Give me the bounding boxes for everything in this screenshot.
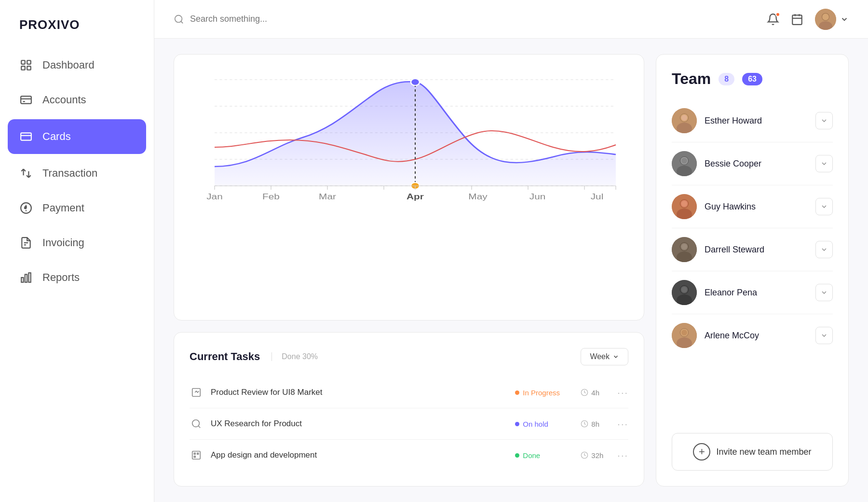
task-more-1[interactable]: ···	[617, 418, 628, 430]
team-badge-purple: 63	[742, 73, 762, 85]
member-avatar-bessie	[672, 151, 697, 176]
invite-team-member-button[interactable]: + Invite new team member	[672, 433, 833, 471]
task-name-1: UX Research for Product	[211, 419, 507, 429]
payment-icon	[19, 201, 33, 215]
svg-point-84	[681, 330, 687, 335]
header-right	[767, 9, 849, 30]
chart-card: Jan Feb Mar Apr May Jun Jul	[174, 54, 644, 321]
svg-rect-51	[194, 453, 195, 454]
svg-rect-53	[194, 456, 195, 458]
reports-icon	[19, 271, 33, 284]
svg-text:Feb: Feb	[262, 192, 280, 201]
task-status-2: Done	[515, 451, 573, 460]
member-action-darrell[interactable]	[815, 241, 833, 258]
line-chart: Jan Feb Mar Apr May Jun Jul	[190, 70, 628, 215]
search-icon	[174, 14, 184, 25]
member-avatar-esther	[672, 108, 697, 133]
member-action-bessie[interactable]	[815, 155, 833, 172]
cards-icon	[19, 130, 33, 143]
sidebar-item-cards[interactable]: Cards	[8, 119, 146, 154]
svg-text:Jun: Jun	[529, 192, 546, 201]
search-input[interactable]	[190, 14, 759, 24]
member-name-bessie: Bessie Cooper	[705, 159, 808, 169]
svg-rect-1	[27, 60, 31, 64]
task-icon-design	[190, 448, 203, 462]
svg-point-59	[681, 115, 687, 121]
task-name-2: App design and development	[211, 450, 507, 460]
task-hours-1: 8h	[581, 420, 610, 428]
sidebar-item-invoicing[interactable]: Invoicing	[0, 225, 154, 260]
sidebar-item-reports[interactable]: Reports	[0, 260, 154, 295]
invite-label: Invite new team member	[716, 447, 811, 457]
member-name-guy: Guy Hawkins	[705, 202, 808, 212]
payment-label: Payment	[42, 202, 84, 214]
table-row: UX Research for Product On hold 8h ···	[190, 408, 628, 440]
member-name-esther: Esther Howard	[705, 116, 808, 126]
task-icon-chart	[190, 386, 203, 399]
user-avatar-area[interactable]	[815, 9, 849, 30]
list-item: Eleanor Pena	[672, 271, 833, 314]
status-dot-1	[515, 422, 519, 426]
task-more-0[interactable]: ···	[617, 387, 628, 398]
task-name-0: Product Review for UI8 Market	[211, 388, 507, 397]
svg-text:Mar: Mar	[319, 192, 336, 201]
svg-text:Apr: Apr	[407, 192, 424, 201]
member-action-esther[interactable]	[815, 112, 833, 129]
svg-text:Jul: Jul	[591, 192, 604, 201]
svg-rect-2	[21, 66, 25, 70]
invoicing-icon	[19, 236, 33, 250]
calendar-button[interactable]	[791, 13, 803, 26]
svg-point-79	[681, 287, 687, 293]
sidebar-item-accounts[interactable]: Accounts	[0, 83, 154, 117]
app-logo: PROXIVO	[0, 0, 154, 48]
chart-container: Jan Feb Mar Apr May Jun Jul	[190, 70, 628, 215]
member-name-darrell: Darrell Steward	[705, 245, 808, 255]
main-area: Jan Feb Mar Apr May Jun Jul Current Task…	[154, 0, 868, 502]
left-panel: Jan Feb Mar Apr May Jun Jul Current Task…	[174, 54, 644, 487]
table-row: App design and development Done 32h ···	[190, 440, 628, 471]
svg-point-27	[411, 79, 420, 85]
dashboard-label: Dashboard	[42, 59, 95, 71]
task-more-2[interactable]: ···	[617, 450, 628, 461]
member-action-eleanor[interactable]	[815, 284, 833, 301]
dashboard-icon	[19, 58, 33, 72]
svg-point-64	[681, 158, 687, 164]
search-bar[interactable]	[174, 14, 759, 25]
tasks-card: Current Tasks Done 30% Week	[174, 332, 644, 487]
svg-point-48	[192, 420, 200, 427]
member-avatar-darrell	[672, 237, 697, 262]
team-members-list: Esther Howard	[672, 99, 833, 423]
svg-rect-46	[192, 389, 201, 397]
team-badge-blue: 8	[719, 73, 734, 85]
member-name-eleanor: Eleanor Pena	[705, 288, 808, 298]
list-item: Esther Howard	[672, 99, 833, 142]
svg-rect-13	[792, 15, 802, 25]
svg-point-20	[822, 14, 829, 20]
task-status-1: On hold	[515, 420, 573, 428]
week-dropdown[interactable]: Week	[581, 348, 628, 365]
transaction-label: Transaction	[42, 167, 97, 180]
svg-rect-3	[27, 66, 31, 70]
sidebar-item-transaction[interactable]: Transaction	[0, 156, 154, 191]
task-icon-search	[190, 417, 203, 431]
list-item: Arlene McCoy	[672, 314, 833, 357]
notification-dot	[775, 12, 780, 17]
sidebar-item-payment[interactable]: Payment	[0, 191, 154, 225]
member-avatar-guy	[672, 194, 697, 219]
svg-rect-0	[21, 60, 25, 64]
notification-button[interactable]	[767, 13, 779, 26]
svg-rect-50	[192, 451, 201, 460]
cards-label: Cards	[42, 130, 71, 143]
accounts-icon	[19, 93, 33, 107]
accounts-label: Accounts	[42, 94, 86, 106]
task-status-0: In Progress	[515, 389, 573, 397]
svg-point-74	[681, 244, 687, 250]
member-action-guy[interactable]	[815, 198, 833, 215]
sidebar-item-dashboard[interactable]: Dashboard	[0, 48, 154, 83]
member-action-arlene[interactable]	[815, 327, 833, 344]
invoicing-label: Invoicing	[42, 237, 84, 249]
sidebar: PROXIVO Dashboard Accounts	[0, 0, 154, 502]
member-avatar-arlene	[672, 323, 697, 348]
task-hours-2: 32h	[581, 451, 610, 460]
member-avatar-eleanor	[672, 280, 697, 305]
